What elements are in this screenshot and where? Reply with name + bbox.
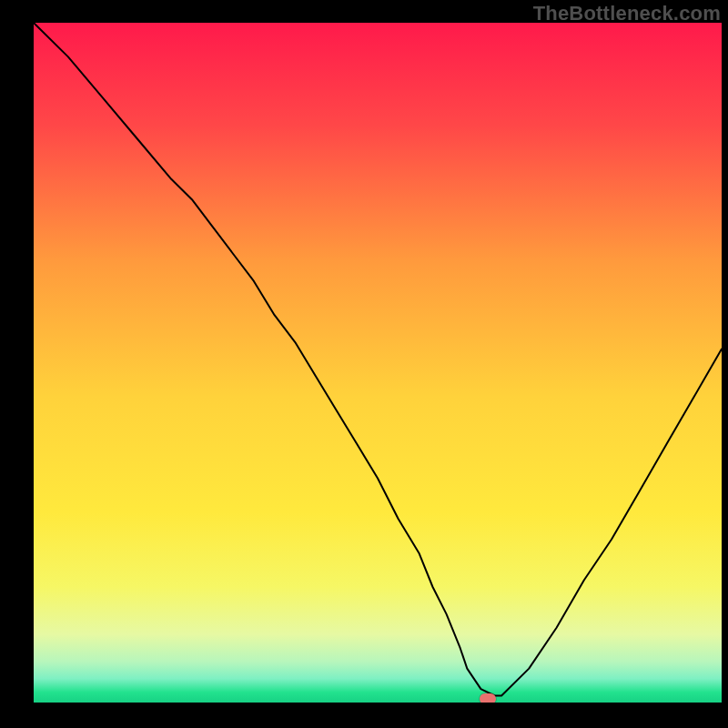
watermark-text: TheBottleneck.com (533, 2, 721, 25)
bottleneck-curve (34, 23, 722, 703)
optimum-marker (480, 693, 496, 703)
chart-stage: TheBottleneck.com (0, 0, 728, 728)
plot-area (34, 23, 722, 703)
